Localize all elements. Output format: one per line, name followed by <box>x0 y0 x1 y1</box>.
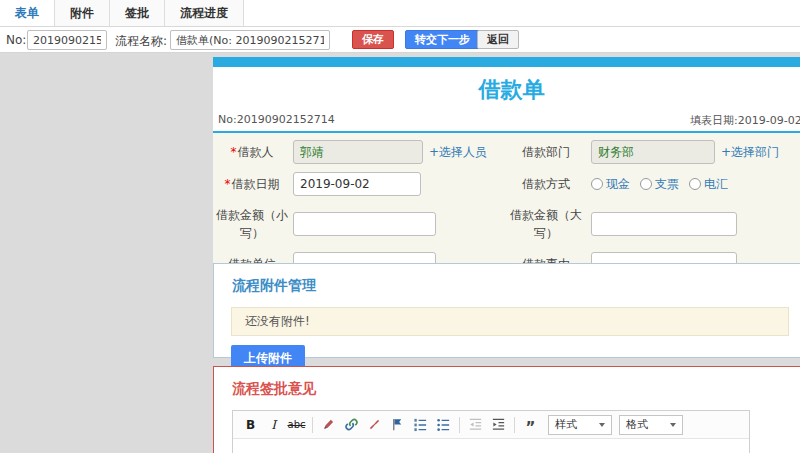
tab-attachments[interactable]: 附件 <box>55 0 110 26</box>
process-name-input[interactable] <box>170 30 330 50</box>
toolbar-separator <box>459 417 460 433</box>
forward-next-step-button[interactable]: 转交下一步 <box>405 30 480 49</box>
italic-icon[interactable]: I <box>263 415 284 435</box>
back-button[interactable]: 返回 <box>477 30 519 49</box>
toolbar: No: 流程名称: 保存 转交下一步 返回 <box>0 27 800 53</box>
amount-lowercase-label: 借款金额（小写） <box>213 200 291 248</box>
select-department-link[interactable]: +选择部门 <box>721 144 779 161</box>
amount-lowercase-input[interactable] <box>293 212 436 236</box>
required-mark: * <box>225 177 231 191</box>
indent-icon[interactable] <box>488 415 509 435</box>
no-label: No: <box>6 33 26 47</box>
loan-date-input[interactable] <box>293 172 421 196</box>
department-label: 借款部门 <box>503 137 589 167</box>
amount-uppercase-label: 借款金额（大写） <box>503 200 589 248</box>
rich-text-editor: B I abc <box>232 410 750 453</box>
editor-content-area[interactable] <box>233 439 749 453</box>
tab-progress[interactable]: 流程进度 <box>165 0 244 26</box>
chevron-down-icon <box>599 423 605 427</box>
radio-circle-icon[interactable] <box>640 178 652 190</box>
select-person-link[interactable]: +选择人员 <box>429 144 487 161</box>
strikethrough-icon[interactable]: abc <box>286 415 307 435</box>
unlink-icon[interactable] <box>364 415 385 435</box>
format-dropdown[interactable]: 格式 <box>619 415 683 435</box>
loan-method-radio-group: 现金 支票 电汇 <box>591 176 728 193</box>
no-input[interactable] <box>27 30 107 50</box>
radio-wire[interactable]: 电汇 <box>689 176 728 193</box>
tab-signoff[interactable]: 签批 <box>110 0 165 26</box>
bold-icon[interactable]: B <box>240 415 261 435</box>
loan-date-label: *借款日期 <box>213 169 291 199</box>
styles-dropdown[interactable]: 样式 <box>548 415 612 435</box>
amount-uppercase-input[interactable] <box>591 212 737 236</box>
panel-top-accent-bar <box>213 57 800 67</box>
format-brush-icon[interactable] <box>318 415 339 435</box>
chevron-down-icon <box>670 423 676 427</box>
form-number: No:20190902152714 <box>218 113 335 126</box>
toolbar-separator <box>514 417 515 433</box>
radio-cash[interactable]: 现金 <box>591 176 630 193</box>
required-mark: * <box>231 145 237 159</box>
borrower-input[interactable] <box>293 140 423 164</box>
approval-section-title: 流程签批意见 <box>214 367 800 398</box>
form-meta-row: No:20190902152714 填表日期:2019-09-02 15:27:… <box>213 111 800 131</box>
tab-form[interactable]: 表单 <box>0 0 55 26</box>
form-fill-date: 填表日期:2019-09-02 15:27:1 <box>690 113 800 128</box>
approval-comments-panel: 流程签批意见 B I abc <box>213 366 800 453</box>
anchor-flag-icon[interactable] <box>387 415 408 435</box>
loan-method-label: 借款方式 <box>503 169 589 199</box>
attachments-section-title: 流程附件管理 <box>214 264 800 295</box>
loan-form-panel: 借款单 No:20190902152714 填表日期:2019-09-02 15… <box>213 57 800 286</box>
editor-toolbar: B I abc <box>233 411 749 439</box>
radio-circle-icon[interactable] <box>689 178 701 190</box>
tab-bar: 表单 附件 签批 流程进度 <box>0 0 800 27</box>
no-attachments-alert: 还没有附件! <box>231 307 789 336</box>
numbered-list-icon[interactable] <box>410 415 431 435</box>
blockquote-icon[interactable]: ” <box>520 415 541 435</box>
page-title: 借款单 <box>213 67 800 111</box>
process-name-label: 流程名称: <box>115 33 167 50</box>
toolbar-separator <box>312 417 313 433</box>
borrower-label: *借款人 <box>213 137 291 167</box>
outdent-icon <box>465 415 486 435</box>
radio-check[interactable]: 支票 <box>640 176 679 193</box>
department-input[interactable] <box>591 140 715 164</box>
bulleted-list-icon[interactable] <box>433 415 454 435</box>
save-button[interactable]: 保存 <box>352 30 394 49</box>
attachments-panel: 流程附件管理 还没有附件! 上传附件 <box>213 263 800 358</box>
radio-circle-icon[interactable] <box>591 178 603 190</box>
link-icon[interactable] <box>341 415 362 435</box>
